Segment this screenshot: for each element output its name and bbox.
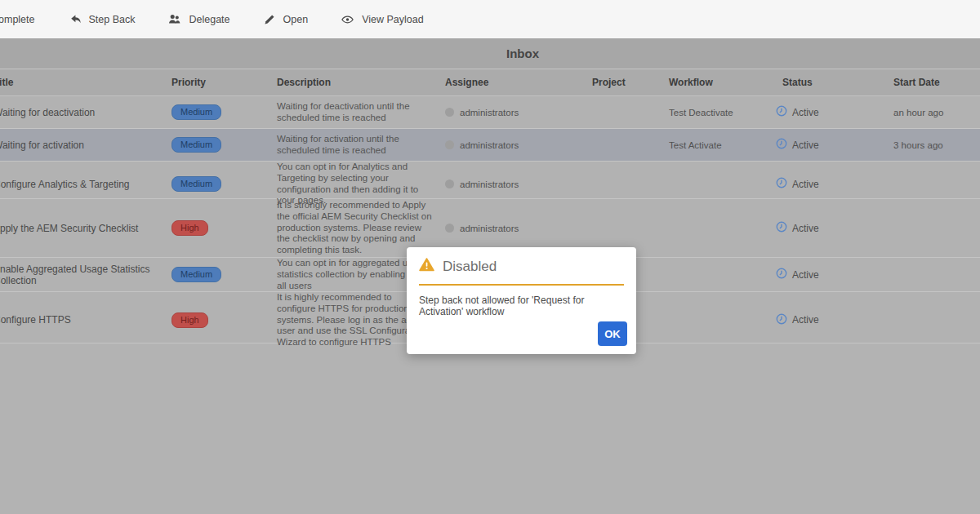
clock-icon bbox=[776, 313, 787, 327]
priority-badge: Medium bbox=[172, 104, 221, 120]
task-description: Waiting for activation until the schedul… bbox=[275, 134, 443, 157]
assignee-name: administrators bbox=[460, 108, 519, 117]
page-title: Inbox bbox=[506, 47, 539, 60]
clock-icon bbox=[776, 221, 787, 235]
complete-label: Complete bbox=[0, 14, 35, 25]
clock-icon bbox=[776, 138, 787, 152]
step-back-button[interactable]: Step Back bbox=[65, 8, 139, 31]
priority-badge: High bbox=[172, 220, 208, 236]
status-label: Active bbox=[792, 107, 819, 118]
priority-badge: Medium bbox=[172, 137, 221, 153]
task-title: Enable Aggregated Usage Statistics Colle… bbox=[0, 264, 170, 286]
avatar bbox=[445, 108, 454, 117]
ok-button[interactable]: OK bbox=[598, 321, 627, 346]
pencil-icon bbox=[263, 13, 276, 26]
priority-badge: Medium bbox=[172, 267, 221, 282]
status-label: Active bbox=[792, 314, 819, 326]
view-payload-label: View Payload bbox=[362, 14, 424, 25]
task-title: Apply the AEM Security Checklist bbox=[0, 223, 170, 234]
avatar bbox=[445, 179, 454, 188]
table-row[interactable]: Waiting for activation Medium Waiting fo… bbox=[0, 129, 980, 162]
status-label: Active bbox=[792, 269, 819, 281]
warning-icon bbox=[419, 258, 434, 275]
column-header-assignee: Assignee bbox=[443, 77, 590, 88]
table-row[interactable]: Waiting for deactivation Medium Waiting … bbox=[0, 96, 980, 129]
clock-icon bbox=[776, 268, 787, 281]
step-back-icon bbox=[68, 13, 82, 26]
clock-icon bbox=[776, 105, 787, 119]
task-title: Waiting for activation bbox=[0, 140, 170, 151]
avatar bbox=[445, 140, 454, 149]
dialog-message: Step back not allowed for 'Request for A… bbox=[407, 286, 636, 317]
column-header-start-date: Start Date bbox=[892, 77, 980, 88]
status-label: Active bbox=[792, 140, 819, 151]
dialog-title: Disabled bbox=[443, 259, 497, 275]
step-back-label: Step Back bbox=[89, 14, 136, 25]
task-title: Waiting for deactivation bbox=[0, 107, 170, 118]
table-header-row: Title Priority Description Assignee Proj… bbox=[0, 69, 980, 96]
workflow-name: Test Activate bbox=[667, 140, 774, 150]
view-payload-button[interactable]: View Payload bbox=[337, 8, 427, 31]
workflow-name: Test Deactivate bbox=[667, 108, 774, 117]
status-label: Active bbox=[792, 223, 819, 234]
delegate-icon bbox=[167, 13, 181, 26]
open-label: Open bbox=[283, 14, 309, 25]
start-date: an hour ago bbox=[892, 108, 980, 117]
assignee-name: administrators bbox=[460, 179, 519, 189]
priority-badge: High bbox=[172, 312, 208, 328]
table-row[interactable]: Configure Analytics & Targeting Medium Y… bbox=[0, 162, 980, 199]
inbox-title-band: Inbox bbox=[0, 38, 980, 69]
column-header-priority: Priority bbox=[170, 77, 275, 88]
avatar bbox=[445, 224, 454, 233]
delegate-button[interactable]: Delegate bbox=[164, 8, 233, 31]
complete-button[interactable]: Complete bbox=[0, 8, 38, 31]
task-description: Waiting for deactivation until the sched… bbox=[275, 101, 443, 124]
assignee-name: administrators bbox=[460, 140, 519, 150]
disabled-dialog: Disabled Step back not allowed for 'Requ… bbox=[407, 247, 636, 354]
column-header-status: Status bbox=[774, 77, 892, 88]
delegate-label: Delegate bbox=[189, 14, 229, 25]
column-header-project: Project bbox=[590, 77, 667, 88]
priority-badge: Medium bbox=[172, 176, 221, 192]
action-toolbar: Complete Step Back Delegate Open bbox=[0, 0, 980, 38]
open-button[interactable]: Open bbox=[260, 8, 312, 31]
start-date: 3 hours ago bbox=[892, 140, 980, 150]
clock-icon bbox=[776, 177, 787, 191]
eye-icon bbox=[341, 13, 354, 26]
column-header-description: Description bbox=[275, 77, 443, 88]
task-title: Configure Analytics & Targeting bbox=[0, 179, 170, 190]
task-title: Configure HTTPS bbox=[0, 314, 170, 326]
dialog-header: Disabled bbox=[419, 247, 624, 286]
assignee-name: administrators bbox=[460, 224, 519, 233]
column-header-workflow: Workflow bbox=[667, 77, 774, 88]
status-label: Active bbox=[792, 179, 819, 190]
column-header-title: Title bbox=[0, 77, 170, 88]
